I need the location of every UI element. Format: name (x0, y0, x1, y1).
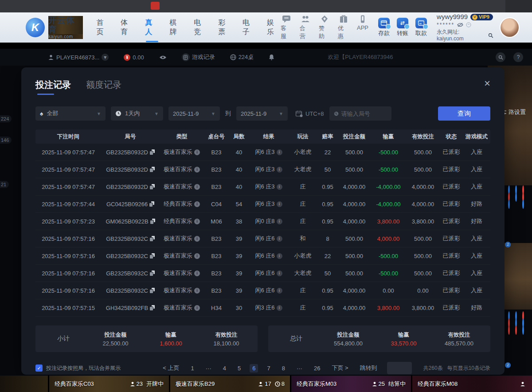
table-row[interactable]: 2025-11-09 07:57:16GB2325B0932C极速百家乐iB23… (35, 230, 490, 247)
balance-display[interactable]: ¥ 0.00 (124, 54, 144, 61)
quick-action-赞助[interactable]: 赞助 (319, 15, 330, 40)
game-record-link[interactable]: 游戏记录 (182, 53, 215, 61)
info-icon[interactable]: i (194, 167, 200, 172)
site-logo[interactable]: K 开云体育 kaiyun.com (26, 16, 83, 39)
nav-item-电子[interactable]: 电子 (243, 16, 256, 39)
nav-item-娱乐[interactable]: 娱乐 (267, 16, 281, 39)
quick-action-APP[interactable]: APP (357, 15, 368, 40)
info-icon[interactable]: i (194, 305, 200, 311)
result-info-icon[interactable]: i (277, 270, 282, 276)
eye-off-icon[interactable] (457, 23, 463, 27)
table-row[interactable]: 2025-11-09 07:57:23GM0625B0922B经典百家乐iM06… (35, 213, 490, 230)
wallet-action-转账[interactable]: 转账 (397, 18, 408, 37)
nav-item-彩票[interactable]: 彩票 (218, 16, 232, 39)
info-icon[interactable]: i (194, 201, 200, 207)
time-range-select[interactable]: 1天内 ▼ (111, 106, 163, 121)
tables-count[interactable]: 224桌 (230, 53, 254, 61)
result-info-icon[interactable]: i (277, 305, 282, 311)
page-4[interactable]: 4 (220, 364, 229, 372)
info-icon[interactable]: i (194, 288, 200, 294)
page-7[interactable]: 7 (264, 364, 273, 372)
notifications[interactable] (269, 54, 274, 60)
nav-item-真人[interactable]: 真人 (145, 16, 159, 39)
result-info-icon[interactable]: i (277, 236, 282, 242)
table-row[interactable]: 2025-11-09 07:57:15GH3425B092FB极速百家乐iH34… (35, 299, 490, 317)
search-circle-icon[interactable] (496, 52, 505, 62)
players-count: 23 (130, 380, 143, 387)
result-info-icon[interactable]: i (277, 253, 282, 259)
quick-action-客服[interactable]: 客服 (281, 15, 292, 40)
copy-icon[interactable] (150, 305, 155, 310)
result-info-icon[interactable]: i (277, 219, 282, 224)
info-icon[interactable]: i (194, 184, 200, 190)
user-avatar[interactable] (500, 17, 520, 38)
table-row[interactable]: 2025-11-09 07:57:44GC0425B09266经典百家乐iC04… (35, 196, 490, 213)
cell-status: 已派彩 (440, 165, 463, 173)
query-button[interactable]: 查询 (438, 106, 490, 121)
cell-round: GB2325B0932C (101, 270, 160, 277)
help-circle-icon[interactable]: ? (513, 52, 523, 62)
result-info-icon[interactable]: i (277, 167, 282, 172)
nav-item-首页[interactable]: 首页 (96, 16, 110, 39)
info-icon[interactable]: i (194, 236, 200, 242)
table-row[interactable]: 2025-11-09 07:57:16GB2325B0932C极速百家乐iB23… (35, 265, 490, 282)
result-info-icon[interactable]: i (277, 201, 282, 207)
tab-额度记录[interactable]: 额度记录 (86, 79, 121, 95)
page-26[interactable]: 26 (311, 364, 323, 372)
wallet-action-取款[interactable]: 取款 (415, 18, 427, 37)
cell-game-type: 经典百家乐i (160, 200, 204, 208)
player-menu[interactable]: PLAYER46873... ▾ (48, 54, 109, 61)
nav-item-棋牌[interactable]: 棋牌 (169, 16, 183, 39)
date-from-select[interactable]: 2025-11-9 ▼ (168, 106, 220, 121)
live-table-tile[interactable]: 经典百家乐C0323开牌中 (49, 376, 169, 392)
table-row[interactable]: 2025-11-09 07:57:16GB2325B0932C极速百家乐iB23… (35, 282, 490, 299)
result-info-icon[interactable]: i (277, 184, 282, 190)
copy-icon[interactable] (150, 236, 155, 241)
live-table-tile[interactable]: 经典百家乐M08 (412, 376, 532, 392)
result-info-icon[interactable]: i (277, 149, 282, 155)
close-icon[interactable]: × (484, 79, 490, 88)
table-row[interactable]: 2025-11-09 07:57:16GB2325B0932C极速百家乐iB23… (35, 247, 490, 265)
date-to-select[interactable]: 2025-11-9 ▼ (236, 106, 288, 121)
wallet-action-存款[interactable]: 存款 (378, 18, 390, 37)
page-1[interactable]: 1 (188, 364, 197, 372)
info-icon[interactable]: i (194, 270, 200, 276)
table-row[interactable]: 2025-11-09 07:57:47GB2325B0932D极速百家乐iB23… (35, 161, 490, 178)
result-info-icon[interactable]: i (277, 288, 282, 294)
copy-icon[interactable] (149, 201, 154, 207)
merge-checkbox[interactable]: ✓ (35, 365, 43, 372)
info-icon[interactable]: i (194, 253, 200, 259)
tab-投注记录[interactable]: 投注记录 (35, 79, 71, 95)
copy-icon[interactable] (150, 149, 155, 155)
copy-icon[interactable] (150, 288, 155, 293)
quick-action-优惠[interactable]: 优惠 (338, 15, 349, 40)
info-icon[interactable]: i (194, 219, 200, 224)
nav-item-电竞[interactable]: 电竞 (194, 16, 207, 39)
copy-icon[interactable] (150, 219, 155, 224)
page-8[interactable]: 8 (279, 364, 288, 372)
live-table-tile[interactable]: 经典百家乐M0325结算中 (291, 376, 411, 392)
copy-icon[interactable] (150, 270, 155, 276)
prev-page-button[interactable]: < 上页 (160, 363, 182, 373)
table-row[interactable]: 2025-11-09 07:57:47GB2325B0932D极速百家乐iB23… (35, 144, 490, 161)
page-6[interactable]: 6 (250, 364, 258, 372)
info-icon[interactable]: i (194, 149, 200, 155)
round-id: GB2325B0932D (106, 166, 148, 173)
nav-item-体育[interactable]: 体育 (121, 16, 134, 39)
round-search-input[interactable] (341, 110, 387, 117)
game-type-select[interactable]: ♠ 全部 ▼ (35, 106, 106, 121)
copy-icon[interactable] (150, 184, 155, 189)
jump-to-input[interactable] (387, 362, 412, 374)
next-page-button[interactable]: 下页 > (329, 363, 351, 373)
refresh-circle-icon[interactable] (466, 22, 471, 27)
timezone-display[interactable]: UTC+8 (296, 110, 324, 117)
copy-icon[interactable] (150, 167, 155, 172)
table-row[interactable]: 2025-11-09 07:57:47GB2325B0932D极速百家乐iB23… (35, 178, 490, 196)
search-small-icon[interactable] (488, 33, 493, 38)
quick-action-合营[interactable]: 合营 (300, 15, 311, 40)
copy-icon[interactable] (150, 253, 155, 259)
page-5[interactable]: 5 (235, 364, 243, 372)
eye-toggle[interactable] (159, 55, 167, 60)
table-thumbnails: 经典百家乐C0323开牌中极速百家乐B29178经典百家乐M0325结算中经典百… (49, 376, 532, 392)
live-table-tile[interactable]: 极速百家乐B29178 (170, 376, 290, 392)
